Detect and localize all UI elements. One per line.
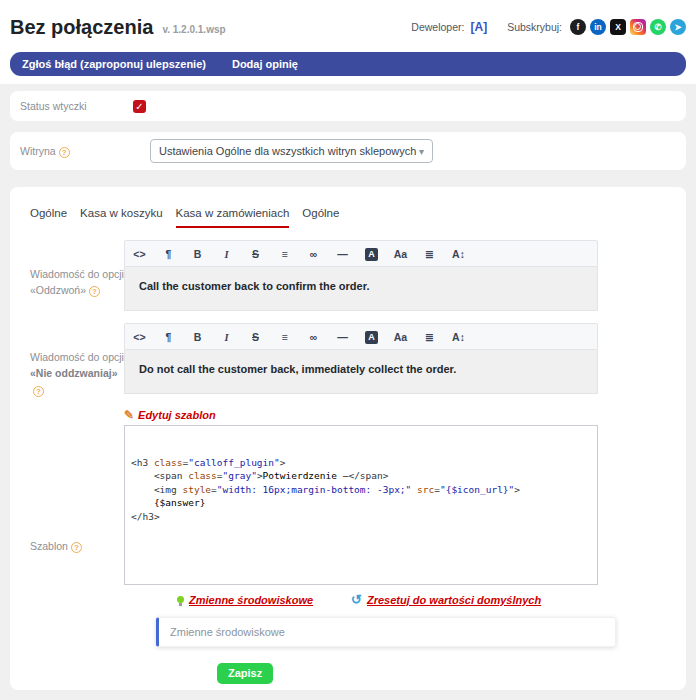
site-select[interactable]: Ustawienia Ogólne dla wszystkich witryn … — [150, 139, 433, 163]
whatsapp-icon[interactable]: ✆ — [650, 19, 666, 35]
subscribe-label: Subskrybuj: — [507, 21, 562, 33]
editor-toolbar: <>¶BIS≡∞—AAa≣A↕ — [124, 323, 598, 350]
site-card: Witryna? Ustawienia Ogólne dla wszystkic… — [10, 132, 686, 170]
italic-icon[interactable]: I — [212, 248, 241, 260]
tab-ogolne-2[interactable]: Ogólne — [302, 207, 339, 228]
template-links: Zmienne środowiskowe↺Zresetuj do wartośc… — [177, 594, 598, 606]
reset-icon: ↺ — [351, 595, 362, 605]
horizontal-rule-icon[interactable]: — — [328, 331, 357, 343]
list-icon[interactable]: ≡ — [270, 331, 299, 343]
text-background-icon: A — [365, 248, 378, 261]
template-code-editor[interactable]: <h3 class="calloff_plugin"> <span class=… — [124, 425, 598, 585]
horizontal-rule-icon[interactable]: — — [328, 248, 357, 260]
align-icon[interactable]: ≣ — [415, 248, 444, 260]
developer-logo-icon[interactable]: [A] — [470, 20, 487, 34]
strikethrough-icon: S — [252, 248, 259, 260]
align-icon[interactable]: ≣ — [415, 331, 444, 343]
link-icon[interactable]: ∞ — [299, 248, 328, 260]
reset-defaults-link[interactable]: ↺Zresetuj do wartości domyślnych — [351, 594, 541, 606]
telegram-icon[interactable]: ➤ — [670, 19, 686, 35]
tab-kasa-w-zamowieniach[interactable]: Kasa w zamówieniach — [176, 207, 290, 228]
status-card: Status wtyczki ✓ — [10, 91, 686, 121]
italic-icon: I — [224, 249, 228, 260]
plugin-version: v. 1.2.0.1.wsp — [162, 24, 225, 35]
template-label: Szablon? — [30, 538, 124, 554]
action-bar: Zgłoś błąd (zaproponuj ulepszenie) Dodaj… — [10, 52, 686, 76]
italic-icon: I — [224, 332, 228, 343]
help-icon[interactable]: ? — [71, 542, 82, 553]
add-review-link[interactable]: Dodaj opinię — [232, 58, 298, 70]
social-icons: finX✆➤ — [570, 19, 686, 35]
env-variables-link[interactable]: Zmienne środowiskowe — [177, 594, 313, 606]
bulb-icon — [177, 596, 184, 603]
editor-toolbar: <>¶BIS≡∞—AAa≣A↕ — [124, 240, 598, 267]
linkedin-icon[interactable]: in — [590, 19, 606, 35]
tab-kasa-w-koszyku[interactable]: Kasa w koszyku — [80, 207, 162, 228]
help-icon[interactable]: ? — [89, 286, 100, 297]
code-view-icon[interactable]: <> — [125, 331, 154, 343]
page-header: Bez połączenia v. 1.2.0.1.wsp Deweloper:… — [0, 0, 696, 84]
x-icon[interactable]: X — [610, 19, 626, 35]
line-height-icon[interactable]: A↕ — [444, 331, 473, 343]
callback-message-label: Wiadomość do opcji «Oddzwoń»? — [30, 240, 124, 311]
facebook-icon[interactable]: f — [570, 19, 586, 35]
font-size-icon[interactable]: Aa — [386, 248, 415, 260]
settings-card: OgólneKasa w koszykuKasa w zamówieniachO… — [10, 187, 686, 690]
page-title: Bez połączenia — [10, 16, 153, 39]
strikethrough-icon[interactable]: S — [241, 331, 270, 343]
callback-message-row: Wiadomość do opcji «Oddzwoń»? <>¶BIS≡∞—A… — [30, 240, 666, 311]
link-icon[interactable]: ∞ — [299, 331, 328, 343]
bold-icon[interactable]: B — [183, 331, 212, 343]
line-height-icon[interactable]: A↕ — [444, 248, 473, 260]
font-size-icon[interactable]: Aa — [386, 331, 415, 343]
site-label: Witryna? — [20, 145, 150, 158]
bold-icon[interactable]: B — [183, 248, 212, 260]
no-callback-message-row: Wiadomość do opcji «Nie oddzwaniaj»? <>¶… — [30, 323, 666, 398]
text-background-icon: A — [365, 331, 378, 344]
save-button[interactable]: Zapisz — [217, 663, 273, 684]
help-icon[interactable]: ? — [59, 147, 70, 158]
developer-label: Deweloper: — [411, 21, 464, 33]
no-callback-message-editor[interactable]: Do not call the customer back, immediate… — [124, 350, 598, 394]
template-row: Szablon? ✎ Edytuj szablon <h3 class="cal… — [30, 408, 666, 684]
env-variables-input[interactable] — [156, 617, 616, 647]
paragraph-icon[interactable]: ¶ — [154, 331, 183, 343]
strikethrough-icon[interactable]: S — [241, 248, 270, 260]
strikethrough-icon: S — [252, 331, 259, 343]
site-select-value: Ustawienia Ogólne dla wszystkich witryn … — [159, 145, 416, 157]
status-label: Status wtyczki — [20, 100, 133, 112]
edit-template-link[interactable]: ✎ Edytuj szablon — [124, 408, 598, 422]
list-icon[interactable]: ≡ — [270, 248, 299, 260]
paragraph-icon[interactable]: ¶ — [154, 248, 183, 260]
italic-icon[interactable]: I — [212, 331, 241, 343]
tab-ogolne-1[interactable]: Ogólne — [30, 207, 67, 228]
no-callback-message-label: Wiadomość do opcji «Nie oddzwaniaj»? — [30, 323, 124, 398]
template-code: <h3 class="calloff_plugin"> <span class=… — [131, 456, 591, 524]
code-view-icon[interactable]: <> — [125, 248, 154, 260]
report-bug-link[interactable]: Zgłoś błąd (zaproponuj ulepszenie) — [22, 58, 206, 70]
instagram-icon[interactable] — [630, 19, 646, 35]
status-checkbox[interactable]: ✓ — [133, 100, 146, 113]
chevron-down-icon: ▾ — [419, 146, 424, 157]
help-icon[interactable]: ? — [33, 386, 44, 397]
tabs: OgólneKasa w koszykuKasa w zamówieniachO… — [30, 207, 666, 228]
text-background-icon[interactable]: A — [357, 247, 386, 261]
text-background-icon[interactable]: A — [357, 330, 386, 344]
edit-pencil-icon: ✎ — [124, 408, 134, 422]
callback-message-editor[interactable]: Call the customer back to confirm the or… — [124, 267, 598, 311]
